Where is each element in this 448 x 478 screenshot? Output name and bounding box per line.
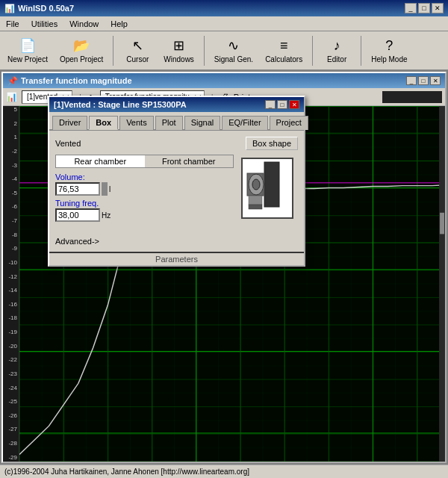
- volume-input-row: l: [55, 182, 234, 196]
- volume-unit: l: [109, 185, 111, 193]
- menu-file[interactable]: File: [3, 19, 22, 29]
- toolbar-help-label: Help Mode: [371, 55, 407, 63]
- box-shape-button[interactable]: Box shape: [246, 137, 298, 150]
- chamber-tab-front[interactable]: Front chamber: [145, 155, 234, 167]
- close-button[interactable]: ✕: [432, 3, 444, 13]
- y-label-m25: -25: [3, 399, 19, 405]
- toolbar-separator-2: [204, 36, 205, 66]
- chamber-tab-rear[interactable]: Rear chamber: [56, 155, 145, 167]
- cursor-icon: ↖: [132, 37, 143, 54]
- modal-title-text: [1]Vented : Stage Line SP15300PA: [54, 100, 187, 109]
- sub-window: 📌 Transfer function magnitude _ □ ✕ 📊 [1…: [1, 72, 447, 463]
- sub-maximize-button[interactable]: □: [418, 76, 429, 85]
- tuning-input-row: Hz: [55, 208, 234, 222]
- toolbar-calculators[interactable]: ≡ Calculators: [261, 37, 307, 65]
- y-label-m22: -22: [3, 357, 19, 363]
- svg-rect-24: [264, 162, 279, 207]
- y-label-m6: -6: [3, 204, 19, 210]
- modal-controls: _ □ ✕: [265, 100, 299, 109]
- toolbar-open-project[interactable]: 📂 Open Project: [55, 36, 108, 65]
- status-text: (c)1996-2004 Juha Hartikainen, Janne Aho…: [4, 468, 249, 476]
- toolbar-signal-gen[interactable]: ∿ Signal Gen.: [210, 36, 258, 65]
- menu-utilities[interactable]: Utilities: [28, 19, 60, 29]
- svg-rect-27: [249, 205, 262, 209]
- open-project-icon: 📂: [73, 37, 90, 54]
- tab-plot[interactable]: Plot: [155, 116, 183, 130]
- modal-minimize-button[interactable]: _: [265, 100, 276, 109]
- y-label-m18: -18: [3, 315, 19, 321]
- volume-slider[interactable]: [102, 182, 108, 196]
- sub-window-title-text: Transfer function magnitude: [21, 76, 132, 85]
- y-label-m29: -29: [3, 455, 19, 461]
- volume-label: Volume:: [55, 173, 234, 181]
- modal-body: Rear chamber Front chamber Volume: l: [55, 155, 298, 246]
- help-icon: ?: [385, 38, 393, 54]
- chamber-tabs: Rear chamber Front chamber: [55, 155, 234, 168]
- y-label-m3: -3: [3, 163, 19, 169]
- modal-dialog[interactable]: [1]Vented : Stage Line SP15300PA _ □ ✕ D…: [48, 96, 305, 267]
- y-label-m8: -8: [3, 232, 19, 238]
- sub-minimize-button[interactable]: _: [406, 76, 417, 85]
- project-icon-small: 📊: [6, 92, 17, 102]
- y-label-1: 1: [3, 134, 19, 140]
- tab-box[interactable]: Box: [89, 116, 118, 130]
- app-icon: 📊: [4, 4, 15, 13]
- y-label-m24: -24: [3, 385, 19, 391]
- app-title-bar: 📊 WinISD 0.50a7 _ □ ✕: [0, 0, 448, 16]
- toolbar-editor[interactable]: ♪ Editor: [318, 37, 355, 65]
- tab-signal[interactable]: Signal: [184, 116, 221, 130]
- windows-icon: ⊞: [173, 37, 184, 54]
- y-label-m9: -9: [3, 246, 19, 252]
- modal-params-bar: Parameters: [49, 252, 304, 265]
- tuning-unit: Hz: [102, 211, 111, 220]
- title-bar-controls: _ □ ✕: [405, 3, 444, 13]
- tuning-row: Tuning freq. Hz: [55, 199, 234, 222]
- tab-driver[interactable]: Driver: [52, 116, 87, 130]
- minimize-button[interactable]: _: [405, 3, 417, 13]
- vented-label: Vented: [55, 139, 81, 148]
- modal-maximize-button[interactable]: □: [277, 100, 287, 109]
- modal-tabs: Driver Box Vents Plot Signal EQ/Filter P…: [49, 112, 304, 131]
- y-axis: 5 2 1 -2 -3 -4 -5 -6 -7 -8 -9 -10 -12 -1…: [3, 106, 19, 462]
- maximize-button[interactable]: □: [418, 3, 430, 13]
- toolbar-calculators-label: Calculators: [265, 55, 302, 63]
- calculators-icon: ≡: [280, 38, 288, 54]
- toolbar-separator-4: [361, 36, 361, 66]
- sub-window-controls: _ □ ✕: [406, 76, 441, 85]
- sub-close-button[interactable]: ✕: [430, 76, 441, 85]
- tab-vents[interactable]: Vents: [119, 116, 154, 130]
- sub-window-title-bar: 📌 Transfer function magnitude _ □ ✕: [3, 73, 445, 88]
- advanced-row: Advanced->: [55, 231, 234, 246]
- toolbar-windows[interactable]: ⊞ Windows: [159, 36, 199, 65]
- modal-right: [238, 155, 298, 246]
- toolbar-cursor[interactable]: ↖ Cursor: [119, 36, 156, 65]
- svg-rect-22: [440, 213, 444, 235]
- y-label-m12: -12: [3, 274, 19, 280]
- tab-project[interactable]: Project: [270, 116, 308, 130]
- menu-help[interactable]: Help: [108, 19, 131, 29]
- y-label-m14: -14: [3, 288, 19, 294]
- volume-row: Volume: l: [55, 173, 234, 196]
- app-title-text: WinISD 0.50a7: [18, 4, 74, 13]
- toolbar-new-project[interactable]: 📄 New Project: [3, 36, 52, 65]
- toolbar-separator-1: [113, 36, 113, 66]
- volume-input[interactable]: [55, 182, 100, 196]
- menu-window[interactable]: Window: [66, 19, 102, 29]
- color-bar-display: [382, 91, 442, 103]
- main-toolbar: 📄 New Project 📂 Open Project ↖ Cursor ⊞ …: [0, 31, 448, 70]
- app-title: 📊 WinISD 0.50a7: [4, 4, 74, 13]
- modal-content: Vented Box shape Rear chamber Front cham…: [49, 131, 304, 252]
- sub-title-left: 📌 Transfer function magnitude: [7, 76, 132, 86]
- tuning-input[interactable]: [55, 208, 100, 222]
- toolbar-help[interactable]: ? Help Mode: [367, 37, 411, 65]
- svg-rect-21: [439, 106, 445, 462]
- speaker-diagram-svg: [238, 155, 298, 222]
- y-label-m23: -23: [3, 371, 19, 377]
- tab-eq-filter[interactable]: EQ/Filter: [222, 116, 267, 130]
- thumbtack-icon: 📌: [7, 76, 18, 86]
- toolbar-new-project-label: New Project: [7, 55, 48, 63]
- advanced-link[interactable]: Advanced->: [55, 237, 99, 246]
- modal-close-button[interactable]: ✕: [289, 100, 299, 109]
- y-label-m4: -4: [3, 176, 19, 182]
- tuning-label: Tuning freq.: [55, 199, 234, 208]
